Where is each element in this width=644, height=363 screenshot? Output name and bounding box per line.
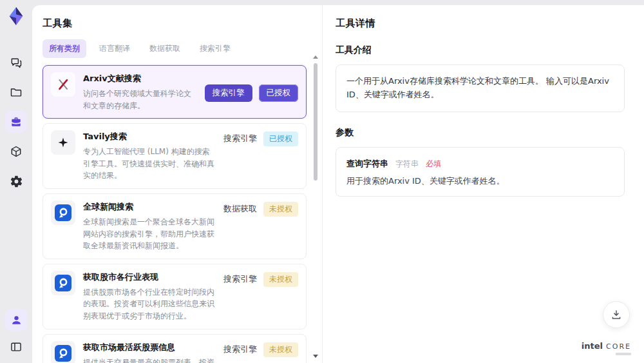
page-title: 工具集	[43, 17, 307, 30]
category-label: 搜索引擎	[223, 132, 257, 144]
tab-search-engine[interactable]: 搜索引擎	[193, 39, 237, 58]
blue-search-icon	[51, 341, 75, 363]
tool-detail-pane: 工具详情 工具介绍 一个用于从Arxiv存储库搜索科学论文和文章的工具。 输入可…	[322, 5, 644, 363]
nav-panel-toggle[interactable]	[5, 336, 27, 358]
category-label: 搜索引擎	[223, 342, 257, 355]
tool-name: Arxiv文献搜索	[83, 73, 197, 84]
tool-name: Tavily搜索	[83, 131, 216, 142]
category-tabs: 所有类别 语言翻译 数据获取 搜索引擎	[43, 39, 307, 58]
nav-tools[interactable]	[5, 111, 27, 133]
tool-card-active-stocks[interactable]: 获取市场最活跃股票信息 提供当天交易量最高的股票列表。投资者可以利用这些信息来识…	[43, 334, 307, 363]
nav-account[interactable]	[5, 309, 27, 331]
param-type: 字符串	[395, 159, 419, 168]
tool-desc: 全球新闻搜索是一个聚合全球各大新闻网站内容的搜索引擎，帮助用户快速获取全球最新资…	[83, 216, 216, 252]
download-icon	[611, 309, 622, 320]
tool-cards: Arxiv文献搜索 访问各个研究领域大量科学论文和文章的存储库。 搜索引擎 已授…	[43, 65, 307, 363]
status-authorized-button[interactable]: 已授权	[259, 84, 299, 102]
main-surface: 工具集 所有类别 语言翻译 数据获取 搜索引擎 Arxiv文献搜索 访问各个研究…	[32, 5, 644, 363]
param-required-flag: 必填	[426, 159, 441, 168]
intro-heading: 工具介绍	[336, 44, 625, 56]
tool-name: 全球新闻搜索	[83, 201, 216, 213]
scrollbar-thumb[interactable]	[314, 63, 317, 181]
param-item: 查询字符串 字符串 必填 用于搜索的Arxiv ID、关键字或作者姓名。	[336, 147, 625, 197]
arxiv-logo-icon	[51, 72, 75, 97]
status-badge[interactable]: 未授权	[263, 272, 298, 287]
nav-files[interactable]	[5, 81, 27, 103]
category-button[interactable]: 搜索引擎	[205, 84, 252, 102]
tool-desc: 提供股票市场各个行业在特定时间段内的表现。投资者可以利用这些信息来识别表现优于或…	[83, 286, 216, 322]
tool-card-arxiv[interactable]: Arxiv文献搜索 访问各个研究领域大量科学论文和文章的存储库。 搜索引擎 已授…	[43, 65, 307, 119]
param-name: 查询字符串	[346, 159, 388, 168]
tab-data-fetching[interactable]: 数据获取	[143, 39, 187, 58]
tool-name: 获取股市各行业表现	[83, 271, 216, 283]
list-scrollbar[interactable]	[312, 55, 319, 358]
tab-language-translation[interactable]: 语言翻译	[93, 39, 137, 58]
core-word: core	[606, 342, 631, 351]
tool-list-pane: 工具集 所有类别 语言翻译 数据获取 搜索引擎 Arxiv文献搜索 访问各个研究…	[32, 5, 322, 363]
status-badge[interactable]: 未授权	[263, 202, 298, 217]
param-header: 查询字符串 字符串 必填	[346, 157, 614, 170]
intro-box: 一个用于从Arxiv存储库搜索科学论文和文章的工具。 输入可以是Arxiv ID…	[336, 64, 625, 112]
nav-settings[interactable]	[5, 170, 27, 192]
download-button[interactable]	[603, 301, 630, 328]
scroll-up-icon[interactable]	[313, 55, 318, 59]
status-badge[interactable]: 未授权	[263, 342, 298, 357]
left-rail	[0, 0, 32, 363]
params-heading: 参数	[336, 127, 625, 139]
blue-search-icon	[51, 271, 75, 295]
app-logo	[5, 5, 27, 27]
tool-card-sector-performance[interactable]: 获取股市各行业表现 提供股票市场各个行业在特定时间段内的表现。投资者可以利用这些…	[43, 264, 307, 329]
tool-name: 获取市场最活跃股票信息	[83, 342, 216, 353]
tool-card-global-news[interactable]: 全球新闻搜索 全球新闻搜索是一个聚合全球各大新闻网站内容的搜索引擎，帮助用户快速…	[43, 193, 307, 259]
blue-search-icon	[51, 201, 75, 225]
tavily-star-icon	[51, 130, 75, 155]
nav-packages[interactable]	[5, 141, 27, 162]
tab-all-categories[interactable]: 所有类别	[43, 39, 86, 58]
param-desc: 用于搜索的Arxiv ID、关键字或作者姓名。	[346, 175, 614, 187]
category-label: 搜索引擎	[223, 272, 257, 285]
nav-chat[interactable]	[5, 52, 27, 74]
intel-sub-mark	[616, 353, 631, 355]
tool-card-tavily[interactable]: Tavily搜索 专为人工智能代理 (LLM) 构建的搜索引擎工具。可快速提供实…	[43, 123, 307, 189]
detail-title: 工具详情	[336, 17, 625, 30]
category-label: 数据获取	[223, 202, 257, 215]
scroll-down-icon[interactable]	[313, 355, 318, 358]
status-badge[interactable]: 已授权	[263, 132, 298, 146]
tool-desc: 访问各个研究领域大量科学论文和文章的存储库。	[83, 88, 197, 112]
intel-word: intel	[582, 341, 603, 351]
intel-core-logo: intel core	[582, 340, 631, 355]
tool-desc: 提供当天交易量最高的股票列表。投资者可以利用这些信息来识别流动性强的股票和潜在的…	[83, 357, 216, 363]
tool-desc: 专为人工智能代理 (LLM) 构建的搜索引擎工具。可快速提供实时、准确和真实的结…	[83, 146, 216, 182]
